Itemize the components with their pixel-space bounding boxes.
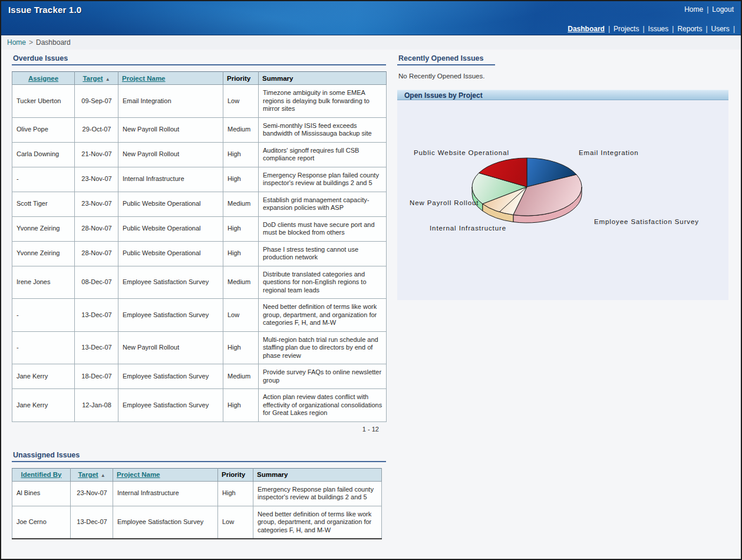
topnav-link-home[interactable]: Home xyxy=(684,5,703,14)
tab-separator: | xyxy=(672,25,674,33)
cell-priority: High xyxy=(223,167,259,192)
cell-identified-by: Joe Cerno xyxy=(12,506,71,539)
cell-project-name: Email Integration xyxy=(118,85,223,118)
cell-summary: Establish grid management capacity-expan… xyxy=(259,192,387,216)
tab-users[interactable]: Users xyxy=(710,25,731,33)
table-row: Irene Jones08-Dec-07Employee Satisfactio… xyxy=(12,266,387,299)
tab-reports[interactable]: Reports xyxy=(676,25,703,33)
cell-summary: Distribute translated categories and que… xyxy=(259,266,387,299)
column-header-target[interactable]: Target▲ xyxy=(71,468,113,481)
sort-ascending-icon: ▲ xyxy=(105,77,110,82)
chart-panel-title: Open Issues by Project xyxy=(397,90,728,100)
column-header-priority: Priority xyxy=(223,72,259,85)
sort-ascending-icon: ▲ xyxy=(101,473,105,478)
cell-target: 13-Dec-07 xyxy=(75,331,118,364)
cell-target: 12-Jan-08 xyxy=(75,389,118,422)
cell-summary: Auditors' signoff requires full CSB comp… xyxy=(259,142,387,167)
cell-priority: Medium xyxy=(223,266,259,299)
app-title: Issue Tracker 1.0 xyxy=(8,5,81,15)
tab-dashboard[interactable]: Dashboard xyxy=(566,25,606,33)
tab-separator: | xyxy=(642,25,644,33)
breadcrumb: Home>Dashboard xyxy=(1,35,741,50)
cell-priority: Low xyxy=(218,506,253,539)
cell-summary: Action plan review dates conflict with e… xyxy=(259,389,387,422)
cell-project-name: New Payroll Rollout xyxy=(118,331,223,364)
cell-summary: DoD clients must have secure port and mu… xyxy=(259,216,387,241)
column-header-project-name[interactable]: Project Name xyxy=(118,72,223,85)
pie-chart-svg: Public Website OperationalEmail Integrat… xyxy=(397,100,728,300)
cell-project-name: Employee Satisfaction Survey xyxy=(118,364,223,389)
cell-target: 09-Sep-07 xyxy=(75,85,118,118)
topnav-link-logout[interactable]: Logout xyxy=(712,5,734,14)
column-header-priority: Priority xyxy=(218,468,253,481)
cell-priority: High xyxy=(223,389,259,422)
cell-priority: Low xyxy=(223,299,259,332)
topnav-separator: | xyxy=(707,5,708,14)
cell-assignee: Scott Tiger xyxy=(12,192,75,216)
cell-target: 21-Nov-07 xyxy=(75,142,118,167)
table-row: Olive Pope29-Oct-07New Payroll RolloutMe… xyxy=(12,117,387,142)
cell-assignee: Olive Pope xyxy=(12,117,75,142)
cell-summary: Provide survey FAQs to online newsletter… xyxy=(259,364,387,389)
table-row: Joe Cerno13-Dec-07Employee Satisfaction … xyxy=(12,506,382,539)
cell-summary: Semi-monthly ISIS feed exceeds bandwidth… xyxy=(259,117,387,142)
cell-target: 08-Dec-07 xyxy=(75,266,118,299)
cell-assignee: Jane Kerry xyxy=(12,364,75,389)
tab-separator: | xyxy=(608,25,610,33)
cell-assignee: Irene Jones xyxy=(12,266,75,299)
tab-projects[interactable]: Projects xyxy=(612,25,640,33)
cell-summary: Phase I stress testing cannot use produc… xyxy=(259,241,387,266)
cell-assignee: Tucker Uberton xyxy=(12,85,75,118)
table-row: Al Bines23-Nov-07Internal Infrastructure… xyxy=(12,481,382,506)
cell-target: 23-Nov-07 xyxy=(75,167,118,192)
cell-project-name: Internal Infrastructure xyxy=(118,167,223,192)
cell-assignee: - xyxy=(12,167,75,192)
cell-target: 28-Nov-07 xyxy=(75,216,118,241)
cell-target: 23-Nov-07 xyxy=(71,481,113,506)
column-header-assignee[interactable]: Assignee xyxy=(12,72,75,85)
cell-assignee: Jane Kerry xyxy=(12,389,75,422)
pie-label-new-payroll-rollout: New Payroll Rollout xyxy=(410,199,479,206)
cell-summary: Need better definition of terms like wor… xyxy=(259,299,387,332)
cell-priority: Medium xyxy=(223,192,259,216)
tab-bar: Dashboard|Projects|Issues|Reports|Users| xyxy=(566,25,737,33)
table-row: -13-Dec-07Employee Satisfaction SurveyLo… xyxy=(12,299,387,332)
cell-target: 28-Nov-07 xyxy=(75,241,118,266)
left-column: Overdue Issues AssigneeTarget▲Project Na… xyxy=(12,54,386,539)
cell-project-name: New Payroll Rollout xyxy=(118,117,223,142)
cell-priority: High xyxy=(223,216,259,241)
column-header-identified-by[interactable]: Identified By xyxy=(12,468,71,481)
cell-summary: Need better definition of terms like wor… xyxy=(253,506,382,539)
table-row: Jane Kerry18-Dec-07Employee Satisfaction… xyxy=(12,364,387,389)
cell-project-name: Public Website Operational xyxy=(118,241,223,266)
top-navigation: Home|Logout xyxy=(684,5,734,14)
cell-project-name: Employee Satisfaction Survey xyxy=(113,506,218,539)
recently-opened-title: Recently Opened Issues xyxy=(397,54,495,65)
table-row: Yvonne Zeiring28-Nov-07Public Website Op… xyxy=(12,216,387,241)
cell-priority: High xyxy=(218,481,253,506)
cell-project-name: Employee Satisfaction Survey xyxy=(118,299,223,332)
cell-assignee: Yvonne Zeiring xyxy=(12,241,75,266)
cell-identified-by: Al Bines xyxy=(12,481,71,506)
tab-separator: | xyxy=(733,25,735,33)
overdue-issues-table: AssigneeTarget▲Project NamePrioritySumma… xyxy=(12,71,387,422)
cell-project-name: Employee Satisfaction Survey xyxy=(118,266,223,299)
column-header-target[interactable]: Target▲ xyxy=(75,72,118,85)
cell-priority: Medium xyxy=(223,364,259,389)
cell-priority: High xyxy=(223,331,259,364)
breadcrumb-home-link[interactable]: Home xyxy=(7,38,26,47)
table-row: -13-Dec-07New Payroll RolloutHighMulti-r… xyxy=(12,331,387,364)
unassigned-issues-title: Unassigned Issues xyxy=(12,451,386,462)
cell-project-name: Internal Infrastructure xyxy=(113,481,218,506)
breadcrumb-current: Dashboard xyxy=(36,38,71,47)
recently-opened-empty-message: No Recently Opened Issues. xyxy=(398,73,728,80)
column-header-project-name[interactable]: Project Name xyxy=(113,468,218,481)
cell-assignee: Carla Downing xyxy=(12,142,75,167)
overdue-issues-title: Overdue Issues xyxy=(12,54,386,65)
cell-target: 29-Oct-07 xyxy=(75,117,118,142)
pie-label-employee-satisfaction-survey: Employee Satisfaction Survey xyxy=(594,218,699,225)
tab-issues[interactable]: Issues xyxy=(647,25,670,33)
cell-project-name: Public Website Operational xyxy=(118,192,223,216)
pie-label-public-website-operational: Public Website Operational xyxy=(414,149,509,156)
unassigned-issues-region: Unassigned Issues Identified ByTarget▲Pr… xyxy=(12,451,386,540)
